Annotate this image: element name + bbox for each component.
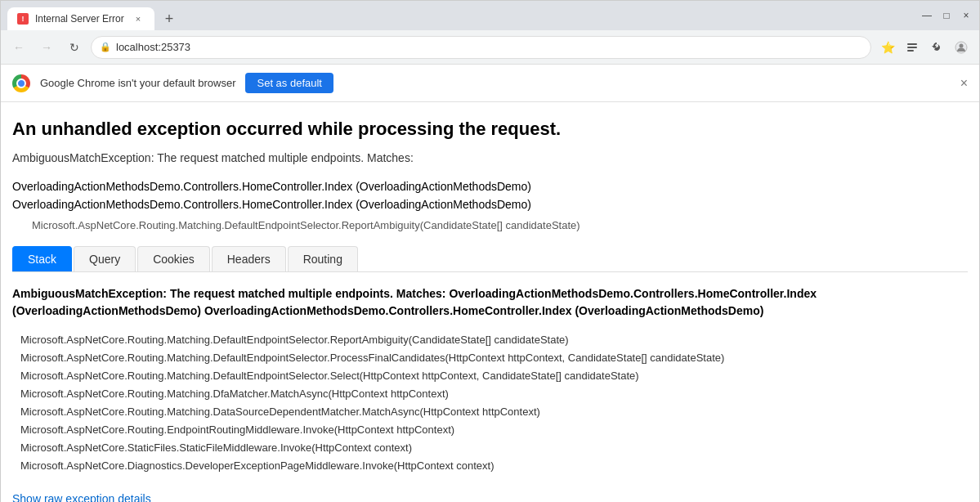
profile-picture-button[interactable]	[950, 36, 973, 59]
chrome-logo	[12, 74, 30, 92]
tab-stack[interactable]: Stack	[12, 246, 72, 271]
navigation-bar: ← → ↻ 🔒 localhost:25373 ⭐	[1, 30, 979, 65]
stack-trace-line: Microsoft.AspNetCore.Routing.Matching.De…	[20, 367, 968, 385]
close-window-button[interactable]: ×	[960, 9, 973, 22]
chrome-extension-button[interactable]	[925, 36, 948, 59]
forward-icon: →	[41, 41, 52, 54]
info-bar-close-button[interactable]: ×	[960, 76, 968, 91]
stack-exception-message: AmbiguousMatchException: The request mat…	[12, 285, 968, 320]
profile-icon	[955, 41, 968, 54]
security-icon: 🔒	[100, 42, 111, 52]
tab-favicon: !	[17, 13, 29, 25]
error-heading: An unhandled exception occurred while pr…	[12, 119, 968, 140]
tab-routing[interactable]: Routing	[288, 246, 358, 271]
svg-point-4	[960, 43, 964, 47]
info-bar: Google Chrome isn't your default browser…	[1, 65, 979, 102]
stack-trace-line: Microsoft.AspNetCore.Routing.Matching.Df…	[20, 385, 968, 403]
nav-actions: ⭐	[876, 36, 973, 59]
page-content: An unhandled exception occurred while pr…	[1, 102, 979, 502]
info-message: Google Chrome isn't your default browser	[40, 77, 235, 89]
tab-bar: ! Internal Server Error × +	[7, 1, 181, 30]
stack-trace-line: Microsoft.AspNetCore.Routing.Matching.Da…	[20, 403, 968, 421]
svg-rect-0	[907, 43, 917, 45]
bookmark-button[interactable]: ⭐	[876, 36, 899, 59]
stack-section: AmbiguousMatchException: The request mat…	[12, 285, 968, 476]
error-line-1: OverloadingActionMethodsDemo.Controllers…	[12, 177, 968, 195]
window-controls: — □ ×	[920, 9, 973, 22]
reload-button[interactable]: ↻	[63, 36, 86, 59]
exception-source: Microsoft.AspNetCore.Routing.Matching.De…	[32, 219, 968, 231]
maximize-button[interactable]: □	[940, 9, 953, 22]
title-bar: ! Internal Server Error × + — □ ×	[1, 1, 979, 30]
tab-query[interactable]: Query	[74, 246, 136, 271]
tab-title: Internal Server Error	[35, 13, 125, 25]
forward-button[interactable]: →	[35, 36, 58, 59]
stack-trace-line: Microsoft.AspNetCore.Routing.EndpointRou…	[20, 421, 968, 439]
reload-icon: ↻	[69, 41, 79, 54]
back-icon: ←	[13, 41, 25, 54]
svg-rect-2	[907, 50, 914, 52]
tabs-bar: Stack Query Cookies Headers Routing	[12, 246, 968, 272]
stack-trace-line: Microsoft.AspNetCore.StaticFiles.StaticF…	[20, 439, 968, 457]
address-text: localhost:25373	[116, 41, 862, 53]
error-lines: OverloadingActionMethodsDemo.Controllers…	[12, 177, 968, 214]
minimize-button[interactable]: —	[920, 9, 933, 22]
svg-rect-1	[907, 47, 917, 48]
new-tab-button[interactable]: +	[158, 7, 181, 30]
tab-close-button[interactable]: ×	[132, 12, 145, 25]
tab-cookies[interactable]: Cookies	[137, 246, 210, 271]
address-bar[interactable]: 🔒 localhost:25373	[91, 36, 871, 59]
stack-trace-line: Microsoft.AspNetCore.Diagnostics.Develop…	[20, 457, 968, 475]
reader-mode-button[interactable]	[901, 36, 924, 59]
extensions-icon	[930, 41, 943, 54]
stack-trace-line: Microsoft.AspNetCore.Routing.Matching.De…	[20, 349, 968, 367]
error-subtitle: AmbiguousMatchException: The request mat…	[12, 151, 968, 164]
active-tab[interactable]: ! Internal Server Error ×	[7, 7, 154, 30]
error-line-2: OverloadingActionMethodsDemo.Controllers…	[12, 195, 968, 213]
tab-headers[interactable]: Headers	[212, 246, 286, 271]
show-raw-link[interactable]: Show raw exception details	[12, 492, 151, 502]
stack-trace-line: Microsoft.AspNetCore.Routing.Matching.De…	[20, 331, 968, 349]
back-button[interactable]: ←	[7, 36, 30, 59]
browser-window: ! Internal Server Error × + — □ × ← → ↻ …	[0, 0, 980, 502]
stack-trace-lines: Microsoft.AspNetCore.Routing.Matching.De…	[12, 331, 968, 476]
reader-icon	[906, 41, 919, 54]
set-default-button[interactable]: Set as default	[245, 73, 333, 93]
